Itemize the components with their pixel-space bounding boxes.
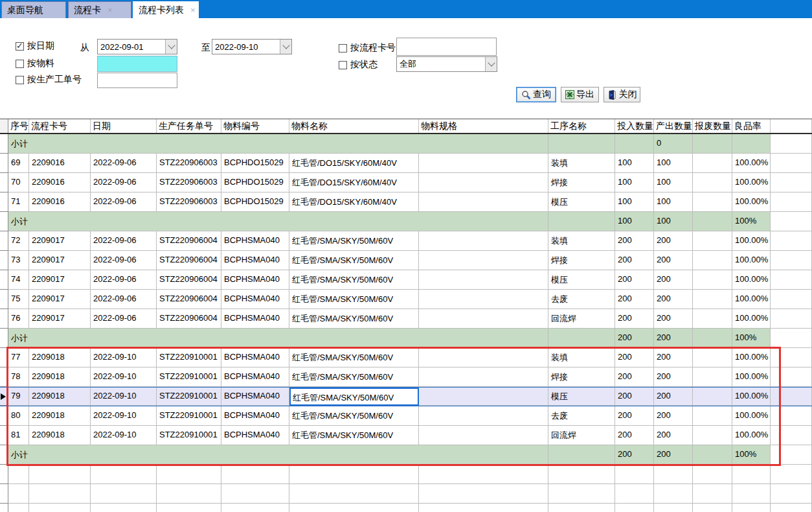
table-cell[interactable]: STZ220910001 <box>157 367 221 387</box>
table-cell[interactable] <box>419 504 548 512</box>
table-cell[interactable]: 红毛管/SMA/SKY/50M/60V <box>289 251 419 270</box>
table-cell[interactable] <box>693 465 732 484</box>
table-cell[interactable] <box>693 192 732 212</box>
table-cell[interactable] <box>615 504 654 512</box>
table-cell[interactable] <box>8 465 29 484</box>
table-cell[interactable] <box>419 173 548 192</box>
tab-process-card[interactable]: 流程卡 × <box>68 1 131 18</box>
close-tab-icon[interactable]: × <box>190 6 196 14</box>
table-cell[interactable] <box>654 504 693 512</box>
table-cell[interactable] <box>548 504 615 512</box>
chevron-down-icon[interactable] <box>280 40 291 54</box>
table-cell[interactable] <box>693 231 732 251</box>
table-cell[interactable]: 100 <box>654 173 693 192</box>
table-cell[interactable]: 69 <box>8 154 29 173</box>
table-cell[interactable] <box>419 367 548 387</box>
table-cell[interactable] <box>157 484 221 504</box>
table-cell[interactable] <box>289 484 419 504</box>
table-cell[interactable]: 焊接 <box>548 367 615 387</box>
table-cell[interactable]: 红毛管/SMA/SKY/50M/60V <box>289 406 419 426</box>
column-header[interactable]: 产出数量 <box>654 119 693 133</box>
table-cell[interactable]: BCPHSMA040 <box>221 426 289 445</box>
table-cell[interactable]: 70 <box>8 173 29 192</box>
table-cell[interactable] <box>29 504 91 512</box>
table-cell[interactable]: STZ220906004 <box>157 290 221 309</box>
table-cell[interactable]: 200 <box>654 270 693 290</box>
table-cell[interactable]: 200 <box>654 309 693 329</box>
table-cell[interactable]: 2022-09-06 <box>91 192 157 212</box>
table-cell[interactable] <box>419 231 548 251</box>
table-cell[interactable]: STZ220906004 <box>157 270 221 290</box>
empty-row[interactable] <box>0 484 812 504</box>
table-cell[interactable]: BCPHSMA040 <box>221 367 289 387</box>
table-cell[interactable]: 200 <box>654 367 693 387</box>
table-cell[interactable]: 红毛管/SMA/SKY/50M/60V <box>289 367 419 387</box>
table-cell[interactable] <box>419 465 548 484</box>
table-cell[interactable]: 100.00% <box>732 367 771 387</box>
table-cell[interactable]: 74 <box>8 270 29 290</box>
table-cell[interactable]: 红毛管/SMA/SKY/50M/60V <box>289 426 419 445</box>
table-cell[interactable]: 红毛管/SMA/SKY/50M/60V <box>289 231 419 251</box>
table-cell[interactable]: BCPHDO15029 <box>221 192 289 212</box>
table-cell[interactable]: 81 <box>8 426 29 445</box>
table-row[interactable]: 7522090172022-09-06STZ220906004BCPHSMA04… <box>0 290 812 309</box>
table-cell[interactable]: 2022-09-10 <box>91 388 157 406</box>
table-cell[interactable]: STZ220906003 <box>157 154 221 173</box>
table-cell[interactable]: 100.00% <box>732 251 771 270</box>
table-row[interactable]: 7422090172022-09-06STZ220906004BCPHSMA04… <box>0 270 812 290</box>
focused-cell[interactable]: 红毛管/SMA/SKY/50M/60V <box>289 388 419 406</box>
column-header[interactable]: 报废数量 <box>693 119 732 133</box>
table-cell[interactable]: 装填 <box>548 154 615 173</box>
table-cell[interactable]: 2209016 <box>29 154 91 173</box>
table-cell[interactable] <box>654 465 693 484</box>
table-cell[interactable]: STZ220906003 <box>157 192 221 212</box>
table-cell[interactable] <box>693 290 732 309</box>
table-cell[interactable]: 100 <box>654 154 693 173</box>
subtotal-row[interactable]: 小计0 <box>0 134 812 154</box>
status-combobox[interactable]: 全部 <box>396 56 497 72</box>
table-cell[interactable]: 79 <box>8 388 29 406</box>
table-cell[interactable]: 2022-09-06 <box>91 290 157 309</box>
table-cell[interactable]: 红毛管/DO15/SKY/60M/40V <box>289 173 419 192</box>
table-cell[interactable]: BCPHSMA040 <box>221 290 289 309</box>
table-cell[interactable]: 76 <box>8 309 29 329</box>
table-cell[interactable]: 100.00% <box>732 348 771 367</box>
table-cell[interactable]: 200 <box>615 348 654 367</box>
table-cell[interactable]: 2209016 <box>29 192 91 212</box>
table-cell[interactable] <box>419 388 548 406</box>
table-cell[interactable] <box>693 406 732 426</box>
table-cell[interactable] <box>693 504 732 512</box>
by-cardno-checkbox[interactable] <box>339 44 347 52</box>
table-cell[interactable]: 75 <box>8 290 29 309</box>
table-cell[interactable] <box>419 251 548 270</box>
table-cell[interactable]: 200 <box>654 406 693 426</box>
row-indicator-cell[interactable] <box>0 484 8 504</box>
table-cell[interactable]: 100.00% <box>732 231 771 251</box>
table-cell[interactable]: BCPHDO15029 <box>221 173 289 192</box>
table-cell[interactable] <box>548 484 615 504</box>
row-indicator-cell[interactable] <box>0 251 8 270</box>
table-cell[interactable] <box>419 290 548 309</box>
table-cell[interactable]: 200 <box>654 426 693 445</box>
tab-desktop-nav[interactable]: 桌面导航 <box>1 1 66 18</box>
table-cell[interactable] <box>8 504 29 512</box>
table-cell[interactable] <box>419 406 548 426</box>
table-cell[interactable]: 72 <box>8 231 29 251</box>
row-indicator-cell[interactable] <box>0 154 8 173</box>
subtotal-row[interactable]: 小计200200100% <box>0 445 812 465</box>
table-cell[interactable]: 100.00% <box>732 154 771 173</box>
export-button[interactable]: 导出 <box>561 87 599 102</box>
row-indicator-cell[interactable] <box>0 329 8 348</box>
table-row[interactable]: 7022090162022-09-06STZ220906003BCPHDO150… <box>0 173 812 192</box>
table-cell[interactable]: 2209018 <box>29 367 91 387</box>
table-cell[interactable]: 2209018 <box>29 388 91 406</box>
table-cell[interactable]: 78 <box>8 367 29 387</box>
table-cell[interactable]: 100.00% <box>732 192 771 212</box>
column-header[interactable]: 投入数量 <box>615 119 654 133</box>
table-cell[interactable]: STZ220910001 <box>157 348 221 367</box>
table-cell[interactable]: 2209017 <box>29 231 91 251</box>
query-button[interactable]: 查询 <box>516 87 556 102</box>
row-indicator-cell[interactable] <box>0 212 8 231</box>
by-material-checkbox[interactable] <box>16 60 24 68</box>
row-indicator-cell[interactable] <box>0 134 8 154</box>
